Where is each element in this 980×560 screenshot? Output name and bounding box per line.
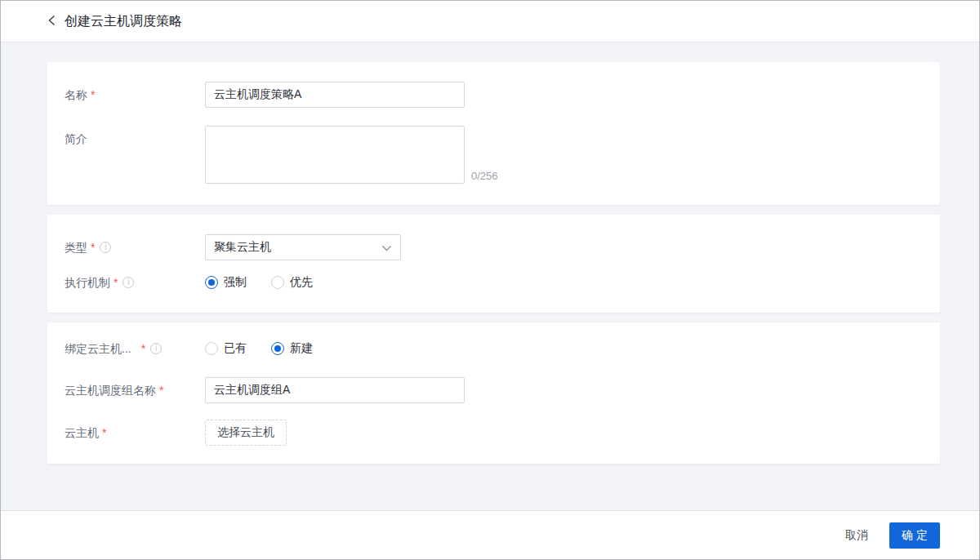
group-name-row: 云主机调度组名称 * bbox=[65, 377, 920, 403]
radio-checked-icon bbox=[271, 342, 284, 355]
description-field: 0/256 bbox=[205, 126, 498, 184]
create-policy-page: 创建云主机调度策略 名称 * 简介 0/256 bbox=[0, 0, 980, 560]
radio-new[interactable]: 新建 bbox=[271, 341, 313, 356]
cancel-button[interactable]: 取消 bbox=[845, 528, 868, 543]
description-label: 简介 bbox=[65, 126, 205, 152]
type-label: 类型 * i bbox=[65, 234, 205, 260]
page-title: 创建云主机调度策略 bbox=[65, 13, 182, 30]
bind-group-label: 绑定云主机... * i bbox=[65, 340, 205, 357]
bind-group-radio-group: 已有 新建 bbox=[205, 340, 337, 357]
required-asterisk: * bbox=[159, 377, 163, 403]
policy-type-card: 类型 * i 聚集云主机 执行机制 * i bbox=[47, 215, 940, 313]
required-asterisk: * bbox=[114, 274, 118, 291]
group-name-label: 云主机调度组名称 * bbox=[65, 377, 205, 403]
radio-checked-icon bbox=[205, 276, 218, 289]
group-name-input[interactable] bbox=[205, 377, 465, 403]
chevron-left-icon bbox=[47, 14, 56, 29]
form-content: 名称 * 简介 0/256 类型 * i bbox=[1, 42, 979, 464]
type-select-value: 聚集云主机 bbox=[214, 240, 271, 255]
required-asterisk: * bbox=[91, 82, 95, 108]
radio-existing[interactable]: 已有 bbox=[205, 341, 247, 356]
mechanism-label: 执行机制 * i bbox=[65, 274, 205, 291]
chevron-down-icon bbox=[381, 241, 392, 254]
required-asterisk: * bbox=[141, 340, 145, 357]
char-counter: 0/256 bbox=[471, 170, 498, 182]
required-asterisk: * bbox=[91, 234, 95, 260]
required-asterisk: * bbox=[102, 420, 106, 446]
footer-bar: 取消 确 定 bbox=[1, 510, 979, 559]
description-textarea[interactable] bbox=[205, 126, 465, 184]
bind-group-row: 绑定云主机... * i 已有 新建 bbox=[65, 340, 920, 357]
info-icon[interactable]: i bbox=[100, 242, 111, 253]
host-row: 云主机 * 选择云主机 bbox=[65, 420, 920, 446]
back-button[interactable] bbox=[47, 14, 56, 29]
name-row: 名称 * bbox=[65, 82, 920, 108]
confirm-button[interactable]: 确 定 bbox=[889, 522, 940, 549]
radio-mandatory[interactable]: 强制 bbox=[205, 275, 247, 290]
page-header: 创建云主机调度策略 bbox=[1, 1, 979, 42]
info-icon[interactable]: i bbox=[122, 277, 134, 288]
radio-priority[interactable]: 优先 bbox=[271, 275, 313, 290]
basic-info-card: 名称 * 简介 0/256 bbox=[47, 62, 940, 205]
radio-unchecked-icon bbox=[205, 342, 218, 355]
binding-card: 绑定云主机... * i 已有 新建 云主机调度组名 bbox=[47, 322, 940, 464]
type-select[interactable]: 聚集云主机 bbox=[205, 234, 401, 260]
type-row: 类型 * i 聚集云主机 bbox=[65, 234, 920, 260]
radio-unchecked-icon bbox=[271, 276, 284, 289]
name-label: 名称 * bbox=[65, 82, 205, 108]
description-row: 简介 0/256 bbox=[65, 126, 920, 184]
name-input[interactable] bbox=[205, 82, 465, 108]
mechanism-radio-group: 强制 优先 bbox=[205, 274, 337, 291]
mechanism-row: 执行机制 * i 强制 优先 bbox=[65, 274, 920, 291]
info-icon[interactable]: i bbox=[150, 343, 162, 354]
select-host-button[interactable]: 选择云主机 bbox=[205, 420, 287, 446]
host-label: 云主机 * bbox=[65, 420, 205, 446]
